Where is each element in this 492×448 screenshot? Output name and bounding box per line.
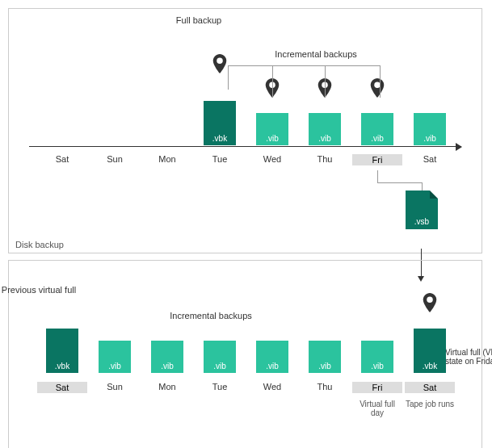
- inc-backup-bar: .vib: [151, 341, 183, 373]
- svg-point-4: [427, 297, 433, 304]
- inc-backup-bar: .vib: [361, 341, 393, 373]
- day-label: Sat: [37, 154, 87, 164]
- day-label: Sat: [405, 154, 455, 164]
- tape-job-runs-label: Tape job runs: [405, 400, 455, 408]
- virtual-full-day-label: Virtual full day: [352, 400, 402, 417]
- day-label: Sun: [90, 154, 140, 164]
- day-label-highlight: Fri: [352, 382, 402, 393]
- full-backup-bar: .vbk: [204, 101, 236, 145]
- inc-backup-bar: .vib: [361, 113, 393, 145]
- day-label: Sun: [90, 382, 140, 391]
- day-label: Thu: [300, 154, 350, 164]
- connector: [325, 65, 326, 98]
- full-backup-caption: Full backup: [142, 15, 255, 25]
- inc-backup-bar: .vib: [414, 113, 446, 145]
- day-label: Tue: [195, 154, 245, 164]
- full-backup-bar: .vbk: [414, 329, 446, 373]
- full-backup-bar: .vbk: [46, 329, 78, 373]
- svg-point-0: [217, 58, 223, 65]
- day-label-highlight: Fri: [352, 154, 402, 165]
- connector: [228, 65, 380, 66]
- tape-timeline: .vbk Sat .vib Sun .vib Mon .vib Tue .vib…: [21, 261, 469, 422]
- inc-backup-bar: .vib: [256, 341, 288, 373]
- pin-icon: [423, 293, 437, 312]
- connector: [377, 182, 422, 183]
- pin-icon: [212, 54, 227, 73]
- connector: [272, 65, 273, 98]
- day-label: Wed: [247, 154, 297, 164]
- inc-backup-bar: .vib: [256, 113, 288, 145]
- inc-backup-bar: .vib: [309, 113, 341, 145]
- day-label: Wed: [247, 382, 297, 391]
- connector: [422, 182, 423, 191]
- connector: [228, 65, 229, 90]
- inc-backup-bar: .vib: [309, 341, 341, 373]
- vsb-file-icon: .vsb: [406, 191, 438, 229]
- disk-backup-panel: Disk backup Full backup Incremental back…: [8, 8, 482, 253]
- day-label: Mon: [142, 154, 192, 164]
- disk-panel-label: Disk backup: [15, 240, 64, 249]
- day-label-highlight: Sat: [405, 382, 455, 393]
- day-label: Thu: [300, 382, 350, 391]
- disk-timeline: Sat Sun Mon .vbk Tue .vib Wed .vib Thu .…: [21, 33, 469, 186]
- day-label: Mon: [142, 382, 192, 391]
- day-label-highlight: Sat: [37, 382, 87, 393]
- inc-backup-bar: .vib: [99, 341, 131, 373]
- connector: [380, 65, 381, 98]
- inc-backup-bar: .vib: [204, 341, 236, 373]
- day-label: Tue: [195, 382, 245, 391]
- tape-backup-panel: Tape backup Previous virtual full Increm…: [8, 260, 482, 448]
- pin-icon: [370, 78, 385, 98]
- connector: [377, 170, 378, 182]
